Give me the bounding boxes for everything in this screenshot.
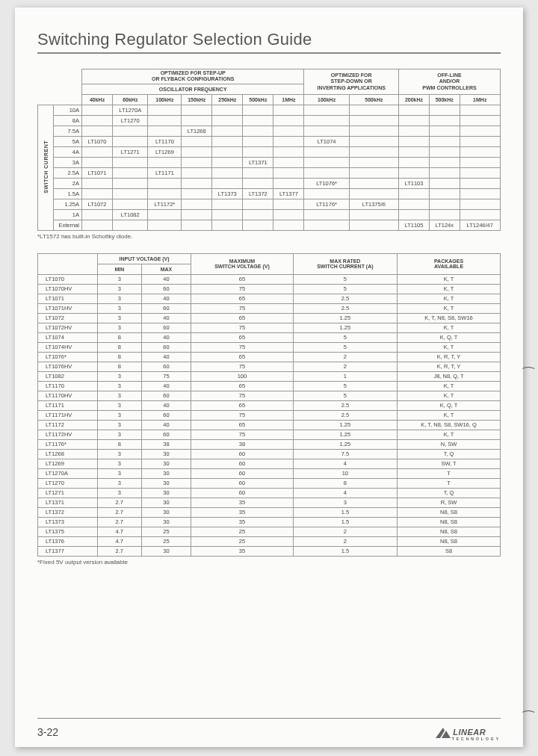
cell-max: 30 xyxy=(141,498,191,507)
matrix-cell xyxy=(349,157,398,167)
cell-sv: 65 xyxy=(191,420,293,430)
freq-col: 200kHz xyxy=(398,94,429,105)
cell-min: 4.7 xyxy=(98,527,142,536)
cell-max: 25 xyxy=(141,527,191,536)
cell-min: 2.7 xyxy=(98,507,142,517)
table-row: LT1170HV360755K, T xyxy=(38,391,501,400)
table-row: LT1072HV360751.25K, T xyxy=(38,323,501,332)
part-number: LT1373 xyxy=(38,517,98,527)
cell-max: 60 xyxy=(141,430,191,439)
group-header-offline: OFF-LINE AND/OR PWM CONTROLLERS xyxy=(398,69,500,95)
footnote-2: *Fixed 5V output version available xyxy=(37,559,501,566)
matrix-cell xyxy=(212,115,243,126)
page-curl-icon: ⁀ xyxy=(523,710,534,726)
part-number: LT1172HV xyxy=(38,430,98,439)
cell-sv: 75 xyxy=(191,430,293,439)
matrix-cell xyxy=(212,220,243,230)
col-switch-current: MAX RATED SWITCH CURRENT (A) xyxy=(293,253,397,274)
matrix-cell xyxy=(82,105,113,115)
cell-sv: 65 xyxy=(191,294,293,303)
table-row: LT1072340651.25K, T, N8, S8, SW16 xyxy=(38,313,501,323)
matrix-cell xyxy=(113,157,148,167)
matrix-cell xyxy=(243,167,273,178)
cell-pkg: K, T xyxy=(398,381,501,391)
current-row-label: 2.5A xyxy=(54,167,82,178)
part-number: LT1371 xyxy=(38,498,98,507)
table-row: LT1074840655K, Q, T xyxy=(38,332,501,342)
table-row: LT1070340655K, T xyxy=(38,274,501,284)
cell-sc: 2 xyxy=(293,362,397,371)
cell-sc: 2.5 xyxy=(293,303,397,313)
matrix-cell xyxy=(113,199,148,209)
matrix-cell: LT1246/47 xyxy=(460,220,501,230)
cell-sc: 8 xyxy=(293,478,397,488)
matrix-cell xyxy=(182,199,212,209)
cell-min: 3 xyxy=(98,488,142,498)
matrix-cell: LT1172* xyxy=(148,199,182,209)
table-row: LT13722.730351.5N8, S8 xyxy=(38,507,501,517)
part-number: LT1170HV xyxy=(38,391,98,400)
part-number: LT1076* xyxy=(38,352,98,362)
matrix-cell xyxy=(212,126,243,136)
matrix-cell xyxy=(349,220,398,230)
matrix-cell xyxy=(243,136,273,146)
cell-max: 60 xyxy=(141,323,191,332)
matrix-cell xyxy=(82,146,113,157)
cell-max: 60 xyxy=(141,362,191,371)
matrix-cell xyxy=(243,178,273,188)
cell-min: 3 xyxy=(98,294,142,303)
cell-min: 3 xyxy=(98,391,142,400)
part-number: LT1074HV xyxy=(38,342,98,352)
cell-max: 40 xyxy=(141,400,191,410)
matrix-cell xyxy=(398,199,429,209)
cell-sc: 2 xyxy=(293,536,397,546)
cell-sv: 100 xyxy=(191,371,293,381)
cell-max: 60 xyxy=(141,342,191,352)
part-number: LT1376 xyxy=(38,536,98,546)
matrix-cell: LT1269 xyxy=(148,146,182,157)
cell-pkg: T, Q xyxy=(398,488,501,498)
matrix-cell xyxy=(82,220,113,230)
cell-sc: 1.25 xyxy=(293,439,397,449)
page-title: Switching Regulator Selection Guide xyxy=(37,30,501,49)
cell-pkg: K, R, T, Y xyxy=(398,362,501,371)
cell-sv: 60 xyxy=(191,488,293,498)
cell-max: 30 xyxy=(141,449,191,459)
matrix-cell xyxy=(273,209,304,220)
matrix-cell xyxy=(398,115,429,126)
cell-sv: 35 xyxy=(191,507,293,517)
matrix-cell xyxy=(82,126,113,136)
matrix-cell xyxy=(182,167,212,178)
table-row: LT1070HV360755K, T xyxy=(38,284,501,294)
matrix-cell: LT1373 xyxy=(212,188,243,199)
part-number: LT1375 xyxy=(38,527,98,536)
cell-sv: 60 xyxy=(191,449,293,459)
cell-pkg: K, T, N8, S8, SW16, Q xyxy=(398,420,501,430)
part-number: LT1176* xyxy=(38,439,98,449)
title-rule xyxy=(37,52,501,54)
group-header-stepup: OPTIMIZED FOR STEP-UP OR FLYBACK CONFIGU… xyxy=(82,69,304,84)
cell-max: 30 xyxy=(141,459,191,468)
matrix-cell xyxy=(273,136,304,146)
cell-pkg: K, Q, T xyxy=(398,400,501,410)
matrix-cell xyxy=(398,188,429,199)
matrix-cell xyxy=(212,157,243,167)
matrix-cell xyxy=(460,105,501,115)
cell-min: 3 xyxy=(98,400,142,410)
col-packages: PACKAGES AVAILABLE xyxy=(398,253,501,274)
matrix-cell: LT1103 xyxy=(398,178,429,188)
part-number: LT1269 xyxy=(38,459,98,468)
matrix-cell: LT1105 xyxy=(398,220,429,230)
cell-min: 8 xyxy=(98,362,142,371)
current-row-label: 1A xyxy=(54,209,82,220)
matrix-cell xyxy=(460,115,501,126)
table-row: LT13732.730351.5N8, S8 xyxy=(38,517,501,527)
freq-col: 500kHz xyxy=(243,94,273,105)
matrix-cell xyxy=(212,199,243,209)
freq-col: 100kHz xyxy=(148,94,182,105)
matrix-cell xyxy=(304,209,349,220)
matrix-cell xyxy=(273,178,304,188)
matrix-cell xyxy=(82,157,113,167)
spec-table: INPUT VOLTAGE (V) MAXIMUM SWITCH VOLTAGE… xyxy=(37,253,501,557)
matrix-cell xyxy=(460,209,501,220)
